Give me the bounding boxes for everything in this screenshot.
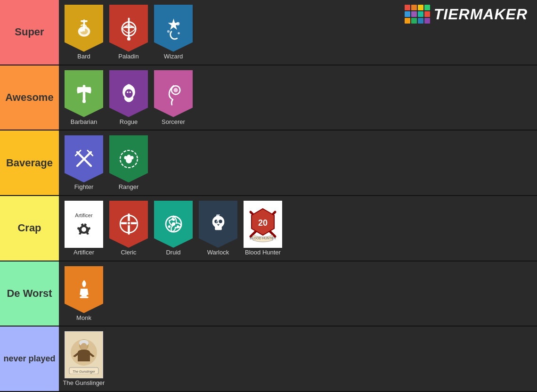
tier-label-neverplayed: never played bbox=[0, 327, 59, 391]
svg-point-12 bbox=[167, 30, 170, 33]
badge-artificer: Artificer bbox=[65, 201, 103, 248]
svg-point-56 bbox=[81, 343, 87, 351]
druid-icon bbox=[161, 211, 187, 237]
tier-label-baverage: Baverage bbox=[0, 131, 59, 195]
badge-rogue bbox=[109, 70, 148, 117]
badge-fighter bbox=[65, 135, 103, 182]
class-name-rogue: Rogue bbox=[120, 118, 138, 125]
svg-point-38 bbox=[172, 219, 175, 221]
monk-icon bbox=[71, 277, 97, 302]
paladin-icon bbox=[116, 15, 142, 41]
class-item-druid[interactable]: Druid bbox=[152, 201, 195, 256]
badge-monk bbox=[65, 266, 103, 313]
class-item-warlock[interactable]: Warlock bbox=[197, 201, 239, 256]
class-item-paladin[interactable]: Paladin bbox=[107, 5, 150, 60]
svg-point-18 bbox=[126, 91, 128, 93]
svg-text:20: 20 bbox=[258, 218, 268, 228]
class-name-bloodhunter: Blood Hunter bbox=[245, 249, 281, 256]
class-name-druid: Druid bbox=[166, 249, 180, 256]
class-item-bloodhunter[interactable]: 20 BLOOD HUNTER Blood Hunter bbox=[242, 201, 284, 256]
svg-point-9 bbox=[127, 37, 130, 41]
tier-content-awesome: Barbarian bbox=[59, 65, 537, 130]
tier-content-neverplayed: The Gunslinger The Gunslinger bbox=[59, 327, 537, 391]
class-item-bard[interactable]: Bard bbox=[63, 5, 105, 60]
svg-point-4 bbox=[80, 29, 83, 32]
svg-point-21 bbox=[173, 88, 178, 92]
svg-point-36 bbox=[127, 222, 130, 225]
class-name-paladin: Paladin bbox=[118, 53, 138, 60]
badge-ranger bbox=[109, 135, 148, 182]
class-name-ranger: Ranger bbox=[119, 183, 139, 190]
tier-label-super: Super bbox=[0, 0, 59, 65]
tier-label-deworst: De Worst bbox=[0, 261, 59, 326]
badge-warlock bbox=[199, 201, 237, 248]
class-item-artificer[interactable]: Artificer Artificer bbox=[63, 201, 105, 256]
svg-rect-43 bbox=[215, 227, 222, 230]
badge-wizard bbox=[154, 5, 193, 52]
badge-druid bbox=[154, 201, 193, 248]
svg-point-19 bbox=[129, 91, 131, 93]
svg-text:BLOOD HUNTER: BLOOD HUNTER bbox=[250, 237, 276, 240]
gunslinger-icon: The Gunslinger bbox=[65, 335, 103, 374]
wizard-icon bbox=[161, 15, 187, 41]
class-name-barbarian: Barbarian bbox=[71, 118, 97, 125]
tier-content-crap: Artificer Artificer bbox=[59, 196, 537, 261]
class-name-bard: Bard bbox=[77, 53, 90, 60]
tier-row-crap: Crap Artificer Artificer bbox=[0, 196, 537, 261]
class-item-barbarian[interactable]: Barbarian bbox=[63, 70, 105, 125]
badge-sorcerer bbox=[154, 70, 193, 117]
badge-gunslinger: The Gunslinger bbox=[65, 331, 103, 378]
class-item-gunslinger[interactable]: The Gunslinger The Gunslinger bbox=[63, 331, 105, 386]
ranger-icon bbox=[116, 146, 142, 172]
header: TiERMAKER bbox=[405, 5, 528, 24]
class-item-wizard[interactable]: Wizard bbox=[152, 5, 195, 60]
bloodhunter-icon: 20 BLOOD HUNTER bbox=[244, 205, 282, 244]
class-item-sorcerer[interactable]: Sorcerer bbox=[152, 70, 195, 125]
app-wrapper: TiERMAKER Super bbox=[0, 0, 537, 392]
class-name-sorcerer: Sorcerer bbox=[162, 118, 185, 125]
svg-point-40 bbox=[176, 226, 179, 229]
tiermaker-logo-grid bbox=[405, 5, 430, 24]
tiermaker-title: TiERMAKER bbox=[434, 6, 528, 23]
class-name-gunslinger: The Gunslinger bbox=[63, 379, 105, 386]
tier-content-baverage: Fighter bbox=[59, 131, 537, 195]
svg-rect-52 bbox=[80, 296, 88, 298]
badge-bloodhunter: 20 BLOOD HUNTER bbox=[244, 201, 282, 248]
svg-point-41 bbox=[171, 222, 175, 226]
class-item-rogue[interactable]: Rogue bbox=[107, 70, 150, 125]
badge-paladin bbox=[109, 5, 148, 52]
svg-rect-5 bbox=[83, 24, 84, 31]
class-name-warlock: Warlock bbox=[207, 249, 229, 256]
class-item-monk[interactable]: Monk bbox=[63, 266, 105, 321]
class-name-fighter: Fighter bbox=[74, 183, 93, 190]
class-item-ranger[interactable]: Ranger bbox=[107, 135, 150, 190]
tier-row-deworst: De Worst Monk bbox=[0, 261, 537, 327]
svg-point-15 bbox=[82, 99, 85, 103]
tier-label-awesome: Awesome bbox=[0, 65, 59, 130]
rogue-icon bbox=[116, 81, 142, 106]
tier-row-baverage: Baverage Fighter bbox=[0, 131, 537, 196]
class-name-cleric: Cleric bbox=[121, 249, 136, 256]
svg-rect-51 bbox=[81, 295, 87, 297]
class-name-artificer: Artificer bbox=[73, 249, 94, 256]
cleric-icon bbox=[116, 211, 142, 237]
barbarian-icon bbox=[71, 81, 97, 106]
badge-barbarian bbox=[65, 70, 103, 117]
svg-point-13 bbox=[178, 33, 180, 35]
tier-list: Super bbox=[0, 0, 537, 392]
svg-point-45 bbox=[219, 220, 222, 223]
class-item-fighter[interactable]: Fighter bbox=[63, 135, 105, 190]
tier-row-awesome: Awesome Barbarian bbox=[0, 65, 537, 131]
fighter-icon bbox=[71, 146, 97, 172]
tier-row-neverplayed: never played bbox=[0, 327, 537, 392]
class-item-cleric[interactable]: Cleric bbox=[107, 201, 150, 256]
svg-rect-3 bbox=[81, 20, 88, 22]
artificer-text: Artificer bbox=[75, 212, 92, 219]
svg-point-30 bbox=[130, 156, 133, 159]
svg-point-11 bbox=[176, 22, 179, 25]
tier-content-deworst: Monk bbox=[59, 261, 537, 326]
class-name-wizard: Wizard bbox=[164, 53, 183, 60]
sorcerer-icon bbox=[161, 81, 187, 106]
svg-text:The Gunslinger: The Gunslinger bbox=[73, 370, 96, 374]
warlock-icon bbox=[205, 211, 231, 237]
